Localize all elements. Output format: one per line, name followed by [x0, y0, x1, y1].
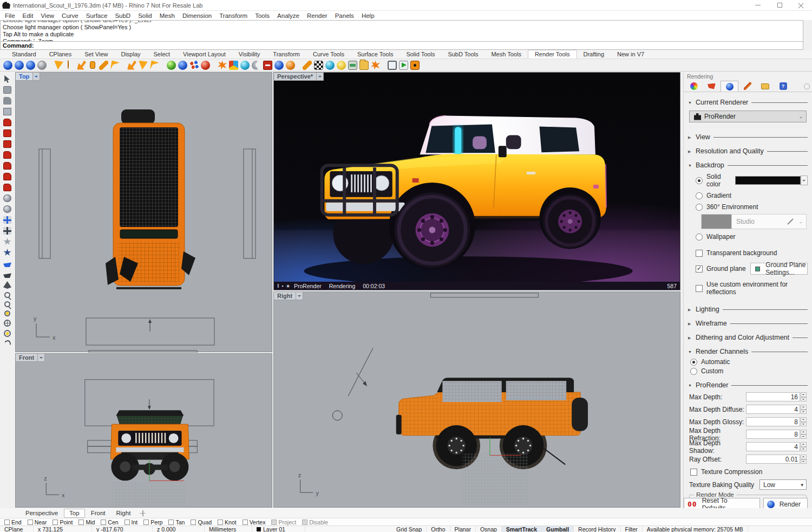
custom-environment-option[interactable]: Use custom environment for reflections: [696, 281, 808, 296]
channels-custom-option[interactable]: Custom: [690, 367, 808, 375]
planar-toggle[interactable]: Planar: [450, 526, 476, 532]
radio-selected-icon[interactable]: [696, 177, 703, 184]
cone-icon[interactable]: [3, 281, 11, 289]
world-icon[interactable]: [274, 61, 284, 70]
rectangular-light-icon[interactable]: [90, 61, 95, 69]
menu-mesh[interactable]: Mesh: [156, 12, 179, 19]
annotate-render-icon[interactable]: [303, 61, 312, 70]
checkbox-icon[interactable]: [696, 285, 703, 292]
section-prorender[interactable]: ProRender: [684, 381, 812, 389]
star-blue-icon[interactable]: [3, 249, 11, 256]
menu-view[interactable]: View: [37, 12, 58, 19]
ground-plane-icon[interactable]: [348, 61, 357, 70]
checkbox-checked-icon[interactable]: [696, 265, 703, 273]
spotlight-icon[interactable]: [54, 61, 63, 70]
spinner-arrows[interactable]: [801, 430, 807, 439]
move-handle-icon[interactable]: [3, 86, 11, 94]
edit-pencil-icon[interactable]: [788, 218, 794, 224]
osnap-end[interactable]: End: [4, 519, 22, 525]
menu-file[interactable]: File: [1, 12, 19, 19]
toolbar-tab-select[interactable]: Select: [147, 50, 177, 59]
radio-icon[interactable]: [696, 233, 703, 241]
max-depth-diffuse-input[interactable]: 4: [746, 405, 800, 414]
environment-thumbnail[interactable]: [702, 215, 732, 229]
chevron-down-icon[interactable]: ⌄: [798, 219, 803, 224]
viewport-menu-arrow-icon[interactable]: [38, 354, 45, 362]
viewport-top-label[interactable]: Top: [16, 73, 40, 81]
osnap-mid[interactable]: Mid: [78, 519, 95, 525]
texture-baking-quality-dropdown[interactable]: Low ▾: [759, 479, 807, 490]
max-depth-refraction-input[interactable]: 8: [746, 430, 800, 439]
open-render-file-icon[interactable]: [359, 61, 369, 70]
panel-options-icon[interactable]: [804, 83, 810, 89]
units-indicator[interactable]: Millimeters: [205, 526, 252, 532]
checkbox-icon[interactable]: [271, 520, 277, 525]
smarttrack-toggle[interactable]: SmartTrack: [502, 526, 542, 532]
toolbar-tab-render-tools[interactable]: Render Tools: [528, 50, 577, 59]
lighting-lamp-icon[interactable]: [337, 61, 346, 70]
checkbox-icon[interactable]: [53, 520, 58, 525]
command-prompt-input[interactable]: Command:: [0, 41, 803, 50]
render-preview-icon[interactable]: [15, 61, 24, 70]
render-settings-icon[interactable]: [37, 61, 47, 70]
radio-icon[interactable]: [690, 368, 697, 375]
toolbar-tab-new-in-v7[interactable]: New in V7: [611, 50, 651, 59]
menu-panels[interactable]: Panels: [331, 12, 358, 19]
panel-tab-rendering[interactable]: [721, 81, 738, 92]
toolbar-tab-cplanes[interactable]: CPlanes: [43, 50, 78, 59]
viewport-menu-arrow-icon[interactable]: [296, 292, 303, 300]
render-cube-icon[interactable]: [229, 61, 238, 70]
section-dithering[interactable]: Dithering and Color Adjustment: [684, 334, 812, 341]
ray-offset-input[interactable]: 0.01: [746, 455, 800, 464]
menu-render[interactable]: Render: [303, 12, 331, 19]
zoom-2x-icon[interactable]: [3, 205, 11, 213]
viewport-menu-arrow-icon[interactable]: [33, 73, 40, 81]
checkbox-icon[interactable]: [191, 520, 196, 525]
osnap-cen[interactable]: Cen: [101, 519, 118, 525]
render-window-icon[interactable]: [26, 61, 35, 70]
checkbox-icon[interactable]: [218, 520, 223, 525]
light-arrow-icon[interactable]: [127, 61, 136, 70]
osnap-toggle[interactable]: Osnap: [476, 526, 502, 532]
menu-solid[interactable]: Solid: [134, 12, 156, 19]
magnifier-region-icon[interactable]: [4, 301, 10, 307]
menu-tools[interactable]: Tools: [251, 12, 273, 19]
menu-dimension[interactable]: Dimension: [179, 12, 215, 19]
star-gray-icon[interactable]: [3, 238, 11, 245]
max-depth-shadow-input[interactable]: 4: [746, 442, 800, 451]
menu-transform[interactable]: Transform: [215, 12, 251, 19]
current-renderer-dropdown[interactable]: ProRender ⌄: [689, 111, 807, 122]
viewport-menu-arrow-icon[interactable]: [317, 73, 324, 81]
toolbar-tab-mesh-tools[interactable]: Mesh Tools: [484, 50, 527, 59]
checkbox-icon[interactable]: [4, 520, 10, 525]
render-control-icons[interactable]: ‖ ▪ ★: [277, 283, 291, 289]
max-depth-input[interactable]: 16: [746, 392, 800, 401]
light-flag-icon[interactable]: [110, 61, 120, 70]
environment-option[interactable]: 360° Environment: [696, 203, 808, 211]
maximize-button[interactable]: [769, 0, 790, 10]
osnap-near[interactable]: Near: [28, 519, 47, 525]
toolbar-tab-visibility[interactable]: Visibility: [232, 50, 267, 59]
material-sphere-icon[interactable]: [201, 61, 210, 70]
environment-picker[interactable]: Studio ⌄: [701, 214, 807, 229]
save-file-icon[interactable]: [3, 108, 11, 115]
ground-plane-settings-button[interactable]: Ground Plane Settings...: [750, 263, 808, 275]
turntable-icon[interactable]: [325, 61, 335, 70]
gradient-option[interactable]: Gradient: [696, 192, 808, 199]
car-gray-icon[interactable]: [3, 97, 11, 105]
checkbox-icon[interactable]: [690, 469, 697, 476]
record-history-toggle[interactable]: Record History: [574, 526, 620, 532]
moon-icon[interactable]: [252, 61, 261, 70]
viewport-perspective[interactable]: Perspective*: [273, 72, 680, 290]
osnap-knot[interactable]: Knot: [218, 519, 237, 525]
transparent-background-option[interactable]: Transparent background: [696, 249, 808, 257]
environment-icon[interactable]: [167, 61, 176, 70]
layer-indicator[interactable]: Layer 01: [252, 526, 305, 532]
boat-dark-icon[interactable]: [3, 270, 11, 278]
texture-compression-option[interactable]: Texture Compression: [690, 468, 808, 476]
section-current-renderer[interactable]: Current Renderer: [684, 99, 812, 106]
menu-surface[interactable]: Surface: [82, 12, 112, 19]
car-red-icon[interactable]: [3, 119, 11, 126]
car-rear-red-icon[interactable]: [3, 173, 11, 180]
menu-subd[interactable]: SubD: [111, 12, 134, 19]
